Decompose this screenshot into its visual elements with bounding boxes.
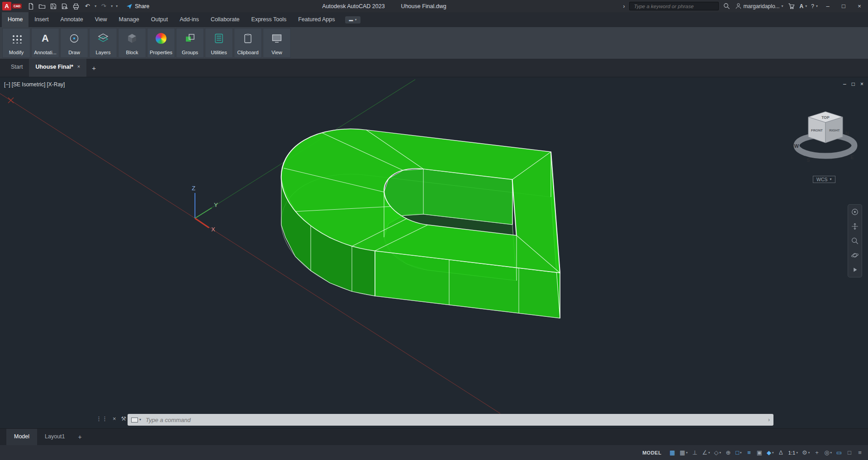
undo-dropdown[interactable]: ▾ bbox=[95, 5, 96, 8]
annotation-scale-button[interactable]: 1:1▾ bbox=[787, 448, 799, 458]
window-close-button[interactable]: × bbox=[854, 3, 865, 9]
command-drag-grip[interactable]: ⋮⋮ bbox=[96, 415, 108, 422]
search-input[interactable] bbox=[633, 3, 715, 9]
compass-east-label[interactable]: E bbox=[850, 155, 854, 160]
document-title: Uhouse Final.dwg bbox=[401, 3, 446, 9]
viewport-minimize-control[interactable]: [−] bbox=[4, 81, 11, 88]
tab-collaborate[interactable]: Collaborate bbox=[205, 12, 246, 27]
tab-output[interactable]: Output bbox=[145, 12, 174, 27]
viewport-restore-button[interactable]: □ bbox=[852, 81, 855, 87]
search-box[interactable] bbox=[629, 2, 719, 10]
search-expand-arrow[interactable]: › bbox=[623, 3, 625, 9]
ribbon-panel-layers[interactable]: Layers bbox=[89, 28, 117, 58]
clean-screen-button[interactable]: □ bbox=[845, 448, 854, 458]
ribbon-panel-utilities[interactable]: Utilities bbox=[205, 28, 233, 58]
view-cube[interactable]: W S E N TOP FRONT RIGHT bbox=[794, 112, 854, 163]
file-tab-start[interactable]: Start bbox=[5, 59, 29, 77]
tab-add-ins[interactable]: Add-ins bbox=[174, 12, 204, 27]
zoom-button[interactable] bbox=[850, 236, 859, 245]
viewport-close-button[interactable]: × bbox=[860, 81, 863, 87]
lineweight-toggle[interactable]: ≡ bbox=[745, 448, 754, 458]
grid-display-toggle[interactable]: ▦ bbox=[668, 448, 677, 458]
ribbon-panel-view[interactable]: View bbox=[263, 28, 291, 58]
ribbon-panel-properties[interactable]: Properties bbox=[147, 28, 175, 58]
snap-mode-toggle[interactable]: ▦▾ bbox=[678, 448, 689, 458]
compass-west-label[interactable]: W bbox=[794, 143, 799, 149]
ribbon-panel-clipboard[interactable]: Clipboard bbox=[234, 28, 262, 58]
open-file-button[interactable] bbox=[38, 2, 46, 10]
show-motion-button[interactable] bbox=[850, 265, 859, 274]
command-line[interactable]: ▾ › bbox=[128, 414, 773, 426]
command-expand-chevron-icon[interactable]: › bbox=[768, 417, 770, 423]
window-restore-button[interactable]: □ bbox=[838, 3, 849, 9]
compass-south-label[interactable]: S bbox=[806, 157, 810, 163]
object-snap-3d-toggle[interactable]: ◆▾ bbox=[765, 448, 775, 458]
command-close-icon[interactable]: × bbox=[113, 415, 116, 422]
viewport-view-control[interactable]: [SE Isometric] bbox=[11, 81, 46, 88]
account-menu[interactable]: margaridaplo... ▾ bbox=[735, 3, 783, 9]
orbit-button[interactable] bbox=[850, 251, 859, 260]
command-customize-wrench-icon[interactable]: ⚒ bbox=[121, 415, 127, 422]
search-button[interactable] bbox=[723, 2, 731, 10]
file-tab-uhouse-final[interactable]: Uhouse Final* × bbox=[29, 59, 86, 77]
ortho-mode-toggle[interactable]: ⊥ bbox=[690, 448, 699, 458]
file-tab-close-icon[interactable]: × bbox=[77, 64, 80, 69]
isometric-drafting-toggle[interactable]: ◇▾ bbox=[712, 448, 722, 458]
tab-insert[interactable]: Insert bbox=[28, 12, 54, 27]
save-button[interactable] bbox=[49, 2, 57, 10]
ribbon-panel-groups[interactable]: Groups bbox=[176, 28, 204, 58]
ribbon-panel-block[interactable]: Block bbox=[118, 28, 146, 58]
object-snap-tracking-toggle[interactable]: ⊕ bbox=[724, 448, 733, 458]
tab-annotate[interactable]: Annotate bbox=[55, 12, 89, 27]
qat-customize-dropdown[interactable]: ▾ bbox=[116, 5, 118, 8]
polar-tracking-toggle[interactable]: ∠▾ bbox=[701, 448, 711, 458]
tab-home[interactable]: Home bbox=[2, 12, 28, 27]
help-menu[interactable]: ? ▾ bbox=[811, 3, 818, 9]
ribbon-panel-draw[interactable]: Draw bbox=[60, 28, 88, 58]
app-store-button[interactable] bbox=[787, 2, 796, 10]
tab-view[interactable]: View bbox=[89, 12, 113, 27]
object-snap-toggle[interactable]: □▾ bbox=[734, 448, 743, 458]
workspace-switching-button[interactable]: ⚙▾ bbox=[801, 448, 811, 458]
ribbon-panel-modify[interactable]: Modify bbox=[2, 28, 30, 58]
share-button[interactable]: Share bbox=[126, 3, 149, 9]
plot-button[interactable] bbox=[72, 2, 80, 10]
customization-button[interactable]: ≡ bbox=[855, 448, 864, 458]
app-menu-button[interactable]: A CAD bbox=[2, 2, 22, 10]
save-as-button[interactable] bbox=[61, 2, 69, 10]
tab-manage[interactable]: Manage bbox=[113, 12, 145, 27]
quick-properties-button[interactable]: + bbox=[812, 448, 821, 458]
new-file-button[interactable] bbox=[27, 2, 35, 10]
drawing-area[interactable]: Z Y X W S E N TOP FRONT RIGHT bbox=[0, 77, 868, 428]
viewport-visual-style-control[interactable]: [X-Ray] bbox=[46, 81, 65, 88]
uhouse-3d-model[interactable] bbox=[277, 119, 560, 318]
compass-north-label[interactable]: N bbox=[845, 131, 849, 136]
selection-cycling-toggle[interactable]: ▣ bbox=[755, 448, 764, 458]
new-drawing-tab-button[interactable]: + bbox=[86, 64, 101, 72]
viewport-minimize-button[interactable]: – bbox=[843, 81, 846, 87]
tab-featured-apps[interactable]: Featured Apps bbox=[292, 12, 341, 27]
panel-label: Groups bbox=[182, 50, 198, 55]
ribbon-panel-annotation[interactable]: A Annotati... bbox=[31, 28, 59, 58]
graphics-performance-button[interactable]: ▭ bbox=[835, 448, 844, 458]
model-space-button[interactable]: MODEL bbox=[641, 448, 663, 458]
autodesk-apps-menu[interactable]: A ▾ bbox=[800, 3, 807, 9]
redo-button[interactable]: ↷ bbox=[100, 2, 108, 10]
recent-commands-button[interactable]: ▾ bbox=[131, 418, 141, 422]
model-tab[interactable]: Model bbox=[6, 429, 37, 445]
pan-button[interactable] bbox=[850, 222, 859, 231]
isolate-objects-button[interactable]: ◎▾ bbox=[823, 448, 833, 458]
window-minimize-button[interactable]: – bbox=[822, 3, 834, 9]
wcs-dropdown[interactable]: WCS ▾ bbox=[813, 176, 835, 183]
full-navigation-wheel-button[interactable] bbox=[850, 207, 859, 216]
redo-icon: ↷ bbox=[101, 3, 106, 9]
command-input[interactable] bbox=[145, 416, 764, 424]
dynamic-ucs-toggle[interactable]: Δ bbox=[776, 448, 785, 458]
new-layout-button[interactable]: + bbox=[73, 433, 87, 441]
layout1-tab[interactable]: Layout1 bbox=[37, 429, 72, 445]
redo-dropdown[interactable]: ▾ bbox=[111, 5, 113, 8]
tab-express-tools[interactable]: Express Tools bbox=[246, 12, 293, 27]
undo-button[interactable]: ↶ bbox=[83, 2, 91, 10]
ribbon-display-toggle[interactable]: ▬ ▾ bbox=[345, 16, 360, 23]
ucs-icon[interactable]: Z Y X bbox=[192, 185, 218, 233]
